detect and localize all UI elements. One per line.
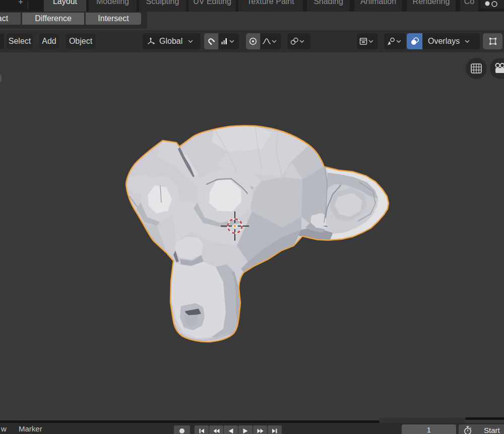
select-menu[interactable]: Select [7,34,33,49]
3d-cursor [221,211,249,241]
chevron-down-icon [396,39,402,43]
grid-icon [470,62,483,75]
overlays-dropdown[interactable]: Overlays [423,33,480,49]
add-menu[interactable]: Add [39,34,59,49]
snap-target-dropdown[interactable] [219,33,239,49]
orientation-value: Global [159,37,182,46]
scene-selector[interactable] [480,0,504,9]
chevron-down-icon [187,39,194,43]
view-object-types-dropdown[interactable] [357,33,378,49]
start-frame-field[interactable]: Start [459,424,504,434]
xray-icon [488,36,498,46]
jump-to-start-button[interactable] [195,425,209,434]
add-workspace-button[interactable]: + [18,0,23,6]
transform-orientation-dropdown[interactable]: Global [143,33,201,49]
play-icon [242,427,249,434]
camera-view-button[interactable] [490,58,504,79]
tab-shading[interactable]: Shading [307,0,350,12]
topbar-separator [28,1,28,9]
next-keyframe-button[interactable] [253,425,267,434]
chevron-down-icon [229,39,235,43]
falloff-curve-icon [262,37,271,46]
xray-toggle[interactable] [483,33,502,49]
snap-increment-icon [221,37,229,45]
overlays-label: Overlays [428,37,460,46]
boolean-options-popover: act Difference Intersect [0,12,147,29]
marker-menu[interactable]: Marker [19,424,42,433]
proportional-editing-toggle[interactable] [246,33,260,49]
orthographic-toggle-button[interactable] [466,58,487,79]
tab-animation[interactable]: Animation [354,0,402,12]
gizmo-icon [386,37,396,46]
editor-gap [380,418,465,423]
tab-uv-editing[interactable]: UV Editing [188,0,236,12]
magnet-icon [207,37,216,46]
tab-layout[interactable]: Layout [44,0,86,12]
tool-strip: act Difference Intersect [0,12,504,30]
overlays-icon [410,37,419,46]
start-label: Start [484,426,500,434]
timeline-header: w Marker [0,423,504,434]
next-keyframe-icon [257,427,264,434]
object-types-icon [359,37,368,46]
stopwatch-icon [463,425,473,434]
suzanne-mesh[interactable] [126,125,389,342]
tab-sculpting[interactable]: Sculpting [139,0,186,12]
pivot-point-dropdown[interactable] [287,33,310,49]
chevron-down-icon [299,39,305,43]
editor-border-right[interactable] [465,417,504,420]
proportional-circle-icon [248,37,258,46]
tab-modeling[interactable]: Modeling [89,0,137,12]
auto-keyframe-button[interactable] [174,425,190,434]
snap-toggle[interactable] [204,33,218,49]
tab-compositing[interactable]: Co [460,0,478,12]
jump-to-end-button[interactable] [268,425,282,434]
chevron-down-icon [368,39,374,43]
boolean-option-difference[interactable]: Difference [22,13,84,25]
play-reverse-button[interactable] [224,425,238,434]
jump-end-icon [271,427,278,434]
toolbar-edge-nub[interactable] [0,75,2,82]
previous-keyframe-button[interactable] [209,425,223,434]
proportional-falloff-dropdown[interactable] [261,33,281,49]
camera-icon [493,62,504,75]
jump-start-icon [198,427,205,434]
chevron-down-icon [271,39,277,43]
boolean-option-intersect[interactable]: Intersect [86,13,141,25]
pivot-icon [290,37,299,46]
play-button[interactable] [238,425,253,434]
scene-icon [480,0,504,9]
frame-value: 1 [402,426,456,434]
tab-texture-paint[interactable]: Texture Paint [238,0,303,12]
chevron-down-icon [464,39,470,43]
prev-keyframe-icon [213,427,220,434]
viewport-header: Select Add Object Global [0,30,504,52]
object-menu[interactable]: Object [66,34,96,49]
current-frame-field[interactable]: 1 [402,424,456,434]
blender-window: + Layout Modeling Sculpting UV Editing T… [0,0,504,434]
play-reverse-icon [227,427,234,434]
selection-outline [126,125,389,342]
boolean-option-exact[interactable]: act [0,13,21,25]
tab-rendering[interactable]: Rendering [407,0,456,12]
record-icon [178,427,185,434]
viewport-3d [0,0,504,434]
overlays-toggle[interactable] [407,33,422,49]
orientation-axis-icon [146,37,155,46]
topbar: + Layout Modeling Sculpting UV Editing T… [0,0,504,12]
editor-type-selector[interactable] [0,34,4,49]
view-menu[interactable]: w [1,424,7,433]
show-gizmo-dropdown[interactable] [384,33,406,49]
